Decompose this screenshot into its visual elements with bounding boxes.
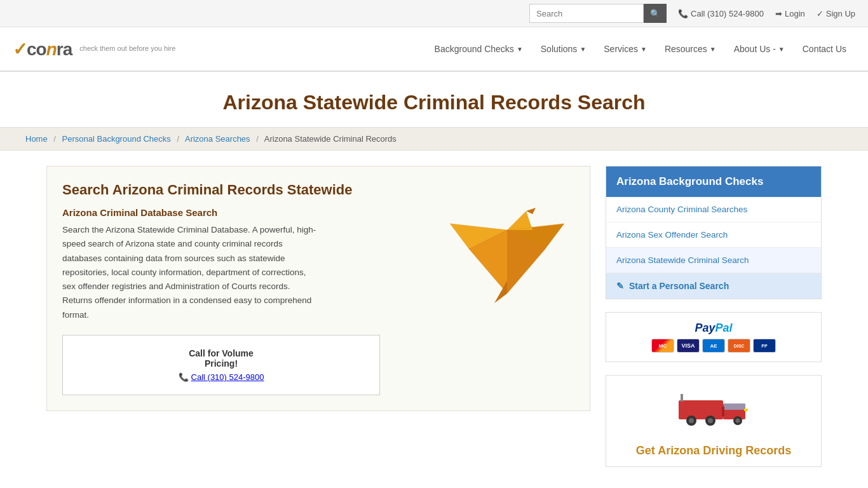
nav-bar: ✓conra check them out before you hire Ba…	[0, 27, 868, 72]
nav-links: Background Checks ▼ Solutions ▼ Services…	[426, 37, 855, 60]
breadcrumb-home[interactable]: Home	[25, 134, 48, 144]
truck-area	[606, 376, 821, 438]
nav-about[interactable]: About Us - ▼	[725, 37, 794, 60]
svg-marker-3	[507, 211, 532, 230]
logo-tagline: check them out before you hire	[79, 44, 175, 53]
left-column: Search Arizona Criminal Records Statewid…	[46, 166, 590, 411]
start-personal-search-button[interactable]: ✎ Start a Personal Search	[606, 273, 821, 299]
volume-pricing-box: Call for Volume Pricing! 📞 Call (310) 52…	[62, 335, 380, 395]
main-content: Search Arizona Criminal Records Statewid…	[34, 166, 834, 467]
top-bar: 🔍 📞 Call (310) 524-9800 ➡ Login ✓ Sign U…	[0, 0, 868, 27]
volume-title: Call for Volume Pricing!	[76, 348, 367, 369]
card-icons: MC VISA AE DISC PP	[613, 339, 815, 353]
right-sidebar: Arizona Background Checks Arizona County…	[606, 166, 822, 467]
login-icon: ➡	[775, 9, 782, 18]
origami-crane-image	[444, 179, 571, 306]
svg-point-18	[708, 418, 713, 423]
nav-resources[interactable]: Resources ▼	[656, 37, 725, 60]
visa-icon: VISA	[677, 339, 700, 353]
mastercard-icon: MC	[651, 339, 674, 353]
sidebar-county-criminal[interactable]: Arizona County Criminal Searches	[606, 197, 821, 222]
phone-icon: 📞	[179, 372, 189, 382]
chevron-down-icon: ▼	[641, 46, 647, 53]
signup-link[interactable]: ✓ Sign Up	[817, 9, 855, 18]
svg-rect-11	[679, 400, 723, 419]
volume-phone[interactable]: 📞 Call (310) 524-9800	[76, 372, 367, 382]
user-icon: ✎	[616, 281, 624, 291]
svg-point-20	[736, 419, 740, 423]
svg-point-16	[689, 418, 694, 423]
az-checks-card: Arizona Background Checks Arizona County…	[606, 166, 822, 299]
driving-records-title: Get Arizona Driving Records	[606, 438, 821, 466]
sidebar-sex-offender[interactable]: Arizona Sex Offender Search	[606, 222, 821, 248]
paypal-logo: PayPal	[613, 322, 815, 335]
driving-records-card[interactable]: Get Arizona Driving Records	[606, 375, 822, 467]
phone-link[interactable]: 📞 Call (310) 524-9800	[678, 9, 764, 18]
breadcrumb-current: Arizona Statewide Criminal Records	[264, 134, 397, 144]
page-title-wrap: Arizona Statewide Criminal Records Searc…	[0, 72, 868, 127]
chevron-down-icon: ▼	[778, 46, 785, 53]
phone-icon: 📞	[678, 9, 688, 18]
svg-rect-14	[722, 407, 724, 416]
paypal-area: PayPal MC VISA AE DISC PP	[606, 312, 822, 362]
page-title: Arizona Statewide Criminal Records Searc…	[13, 91, 855, 114]
truck-icon	[675, 384, 752, 429]
nav-contact[interactable]: Contact Us	[794, 37, 855, 60]
nav-background-checks[interactable]: Background Checks ▼	[426, 37, 532, 60]
chevron-down-icon: ▼	[580, 46, 586, 53]
signup-icon: ✓	[817, 9, 824, 18]
chevron-down-icon: ▼	[517, 46, 523, 53]
other-card-icon: PP	[753, 339, 776, 353]
breadcrumb: Home / Personal Background Checks / Ariz…	[0, 127, 868, 151]
login-link[interactable]: ➡ Login	[775, 9, 805, 18]
origami-bird-area	[444, 179, 571, 306]
main-body: Search the Arizona Statewide Criminal Da…	[62, 223, 316, 322]
logo[interactable]: ✓conra check them out before you hire	[13, 39, 175, 60]
breadcrumb-arizona[interactable]: Arizona Searches	[185, 134, 250, 144]
az-checks-header: Arizona Background Checks	[606, 166, 821, 197]
search-wrap: 🔍	[529, 4, 667, 23]
search-button[interactable]: 🔍	[644, 4, 667, 23]
svg-rect-21	[681, 394, 683, 402]
chevron-down-icon: ▼	[710, 46, 716, 53]
logo-text: ✓conra	[13, 39, 72, 60]
breadcrumb-personal[interactable]: Personal Background Checks	[62, 134, 171, 144]
svg-marker-13	[724, 403, 745, 410]
nav-services[interactable]: Services ▼	[595, 37, 656, 60]
svg-rect-22	[744, 409, 748, 411]
discover-icon: DISC	[728, 339, 750, 353]
sidebar-statewide-criminal[interactable]: Arizona Statewide Criminal Search	[606, 248, 821, 273]
search-input[interactable]	[529, 4, 644, 23]
nav-solutions[interactable]: Solutions ▼	[532, 37, 595, 60]
amex-icon: AE	[702, 339, 725, 353]
svg-marker-4	[526, 208, 536, 214]
